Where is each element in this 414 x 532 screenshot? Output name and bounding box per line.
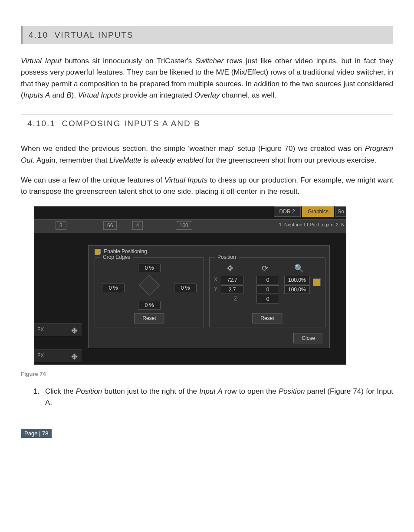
row-btn-100[interactable]: 100: [176, 221, 192, 230]
page-number-badge: Page | 78: [21, 429, 52, 438]
rot-z-input[interactable]: 0: [256, 295, 279, 304]
crop-edges-group: Crop Edges 0 % 0 % 0 % 0 % Reset: [95, 257, 204, 327]
figure-caption: Figure 74: [21, 371, 393, 377]
x-label: X: [214, 277, 217, 283]
section-title: VIRTUAL INPUTS: [55, 30, 134, 39]
tab-graphics[interactable]: Graphics: [302, 206, 334, 217]
tab-strip: DDR 2 Graphics So: [274, 206, 346, 217]
position-group: Position ✥ ⟳ 🔍 X 72.7 Y 2.7 Z 0 0 0 100.…: [209, 257, 325, 327]
position-reset-button[interactable]: Reset: [252, 313, 282, 323]
subsection-header: 4.10.1 COMPOSING INPUTS A AND B: [21, 114, 393, 133]
move-icon[interactable]: ✥: [70, 326, 78, 334]
scale-lock-icon[interactable]: [313, 278, 321, 286]
subsection-number: 4.10.1: [27, 119, 56, 128]
section-number: 4.10: [29, 30, 48, 39]
z-label: Z: [234, 296, 237, 302]
fx-row-b[interactable]: FX ✥: [34, 349, 82, 362]
fx-label-b: FX: [34, 350, 47, 361]
crop-reset-button[interactable]: Reset: [134, 313, 164, 323]
steps-list: Click the Position button just to the ri…: [33, 386, 393, 409]
step-1: Click the Position button just to the ri…: [42, 386, 393, 409]
paragraph-2: When we ended the previous section, the …: [21, 143, 393, 166]
enable-positioning-checkbox[interactable]: [95, 249, 101, 255]
row-btn-4[interactable]: 4: [132, 221, 143, 230]
row-right-label: 1. Neptune LT Pic L.cgxml 2. N: [279, 222, 345, 227]
position-title: Position: [215, 254, 239, 260]
scale-x-input[interactable]: 100.0%: [284, 276, 310, 284]
rotate-icon: ⟳: [262, 264, 268, 273]
fx-row-a[interactable]: FX ✥: [34, 323, 82, 336]
paragraph-1: Virtual Input buttons sit innocuously on…: [21, 55, 393, 101]
pos-y-input[interactable]: 2.7: [221, 285, 243, 294]
section-header: 4.10 VIRTUAL INPUTS: [21, 26, 393, 44]
enable-positioning-label: Enable Positioning: [104, 248, 147, 255]
zoom-icon: 🔍: [294, 264, 304, 273]
fx-label-a: FX: [34, 324, 47, 335]
scale-y-input[interactable]: 100.0%: [284, 285, 310, 294]
row-btn-3[interactable]: 3: [56, 221, 66, 230]
subsection-title: COMPOSING INPUTS A AND B: [62, 119, 200, 128]
tab-ddr2[interactable]: DDR 2: [274, 206, 301, 217]
rot-x-input[interactable]: 0: [256, 276, 279, 284]
crop-diamond-control[interactable]: [139, 275, 160, 296]
pos-x-input[interactable]: 72.7: [221, 276, 243, 284]
tab-so[interactable]: So: [335, 206, 346, 217]
position-icon: ✥: [227, 264, 233, 273]
figure-screenshot: DDR 2 Graphics So 3 66 4 100 1. Neptune …: [34, 206, 346, 365]
position-panel: Enable Positioning Crop Edges 0 % 0 % 0 …: [88, 245, 330, 348]
row-btn-66[interactable]: 66: [103, 221, 117, 230]
paragraph-3: We can use a few of the unique features …: [21, 175, 393, 198]
crop-bottom-input[interactable]: 0 %: [138, 301, 161, 310]
page-footer: Page | 78: [21, 426, 393, 438]
crop-top-input[interactable]: 0 %: [138, 264, 161, 272]
crop-left-input[interactable]: 0 %: [102, 284, 125, 292]
move-icon[interactable]: ✥: [70, 352, 78, 360]
y-label: Y: [214, 286, 217, 292]
rot-y-input[interactable]: 0: [256, 285, 279, 294]
crop-right-input[interactable]: 0 %: [174, 284, 197, 292]
close-button[interactable]: Close: [293, 333, 323, 343]
crop-edges-title: Crop Edges: [100, 254, 133, 260]
